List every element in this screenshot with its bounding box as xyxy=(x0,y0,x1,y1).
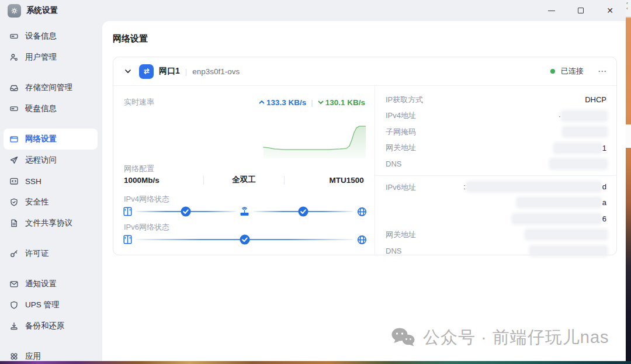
page-title: 网络设置 xyxy=(113,33,148,44)
paper-plane-icon xyxy=(9,155,19,165)
sidebar-item-ups-management[interactable]: UPS 管理 xyxy=(0,294,102,316)
sidebar-item-remote-access[interactable]: 远程访问 xyxy=(0,150,102,171)
sidebar-item-license[interactable]: 许可证 xyxy=(0,243,102,264)
mtu-value: MTU1500 xyxy=(285,176,364,185)
close-button[interactable]: ✕ xyxy=(605,5,615,16)
redacted-value xyxy=(563,127,606,136)
realtime-rate-label: 实时速率 xyxy=(124,97,154,108)
speed-separator: | xyxy=(311,98,313,107)
detail-row-ipv4-address: IPv4地址 · xyxy=(386,108,606,124)
network-config-row: 1000Mb/s 全双工 MTU1500 xyxy=(124,175,365,185)
apps-icon xyxy=(9,352,19,361)
redacted-value xyxy=(518,198,601,207)
network-config-label: 网络配置 xyxy=(124,164,154,174)
network-icon xyxy=(9,134,19,144)
minimize-button[interactable] xyxy=(546,5,557,16)
sidebar-item-label: 应用 xyxy=(25,351,41,362)
chevron-down-icon[interactable] xyxy=(124,67,132,75)
main-panel: 网络设置 网口1 | enp3s0f1-ovs 已连接 ⋯ xyxy=(102,21,626,361)
code-icon xyxy=(9,176,19,186)
more-menu-button[interactable]: ⋯ xyxy=(598,66,607,77)
nas-icon xyxy=(122,234,133,245)
key-icon xyxy=(9,249,19,258)
sidebar-item-file-sharing[interactable]: 文件共享协议 xyxy=(0,213,102,234)
detail-row-ipv6-address: IPv6地址 :d a 6 xyxy=(386,179,606,227)
sidebar-item-notification-settings[interactable]: 通知设置 xyxy=(0,273,102,294)
desktop-wallpaper-bottom xyxy=(0,361,631,364)
sidebar-item-device-info[interactable]: 设备信息 xyxy=(0,26,102,47)
shield-check-icon xyxy=(9,197,19,207)
redacted-value xyxy=(467,182,601,191)
sidebar-item-label: 文件共享协议 xyxy=(25,218,72,228)
detail-row-ip-mode: IP获取方式 DHCP xyxy=(386,92,606,108)
redacted-value xyxy=(554,144,601,152)
ipv6-status-label: IPv6网络状态 xyxy=(124,222,169,233)
status-badge: 已连接 xyxy=(561,66,584,77)
sidebar-item-label: 硬盘信息 xyxy=(25,103,57,114)
sidebar-item-label: UPS 管理 xyxy=(25,300,60,310)
mail-icon xyxy=(9,279,19,289)
router-icon xyxy=(239,206,251,217)
redacted-value xyxy=(550,160,606,168)
detail-row-ipv6-dns: DNS xyxy=(386,243,606,259)
sidebar-item-disk-info[interactable]: 硬盘信息 xyxy=(0,98,102,119)
sidebar-item-ssh[interactable]: SSH xyxy=(0,171,102,192)
detail-row-ipv4-dns: DNS xyxy=(386,156,606,172)
sidebar: 设备信息 用户管理 存储空间管理 硬盘信息 网络设置 xyxy=(0,26,102,364)
watermark: 公众号 · 前端仔玩儿nas xyxy=(390,326,609,349)
link-speed: 1000Mb/s xyxy=(124,176,203,185)
sidebar-item-user-management[interactable]: 用户管理 xyxy=(0,47,102,68)
download-speed: 130.1 KB/s xyxy=(318,98,365,107)
wallpaper-chevrons: ‹‹ xyxy=(626,1,628,11)
check-circle-icon xyxy=(297,206,309,217)
sidebar-item-label: 存储空间管理 xyxy=(25,82,72,93)
check-circle-icon xyxy=(239,234,251,245)
sidebar-item-storage-management[interactable]: 存储空间管理 xyxy=(0,77,102,98)
sidebar-item-label: 许可证 xyxy=(25,248,49,259)
sidebar-item-label: 通知设置 xyxy=(25,279,57,289)
sidebar-item-security[interactable]: 安全性 xyxy=(0,192,102,213)
detail-row-subnet-mask: 子网掩码 xyxy=(386,124,606,140)
sidebar-item-backup-restore[interactable]: 备份和还原 xyxy=(0,316,102,337)
gear-icon xyxy=(8,4,21,18)
sidebar-item-label: 网络设置 xyxy=(25,134,57,144)
upload-speed: 133.3 KB/s xyxy=(259,98,306,107)
wechat-icon xyxy=(390,326,416,349)
maximize-button[interactable] xyxy=(575,5,586,16)
ipv4-status-label: IPv4网络状态 xyxy=(124,194,169,204)
card-header[interactable]: 网口1 | enp3s0f1-ovs 已连接 ⋯ xyxy=(113,57,616,86)
network-port-icon xyxy=(139,64,154,79)
system-settings-window: 系统设置 ✕ 设备信息 用户管理 存储空间管理 xyxy=(0,0,626,361)
detail-row-ipv6-gateway: 网关地址 xyxy=(386,227,606,243)
ipv4-status-row xyxy=(122,205,367,218)
globe-icon xyxy=(356,234,367,245)
check-circle-icon xyxy=(180,206,192,217)
window-title: 系统设置 xyxy=(26,5,58,16)
header-separator: | xyxy=(185,67,187,76)
document-icon xyxy=(9,219,19,228)
ip-mode-value: DHCP xyxy=(585,95,606,104)
titlebar: 系统设置 ✕ xyxy=(0,0,626,21)
detail-row-ipv4-gateway: 网关地址 1 xyxy=(386,140,606,157)
details-divider xyxy=(375,175,617,176)
ip-details-column: IP获取方式 DHCP IPv4地址 · 子网掩码 网关地址 1 DNS xyxy=(375,86,617,255)
storage-icon xyxy=(9,83,19,92)
disk-icon xyxy=(9,104,19,113)
sidebar-item-label: SSH xyxy=(25,177,41,186)
ipv6-status-row xyxy=(122,233,367,246)
interface-name: enp3s0f1-ovs xyxy=(192,67,240,76)
redacted-value xyxy=(513,214,601,223)
sidebar-item-label: 远程访问 xyxy=(25,155,57,165)
network-interface-card: 网口1 | enp3s0f1-ovs 已连接 ⋯ 实时速率 133.3 KB/s xyxy=(113,57,617,255)
status-dot-icon xyxy=(550,69,555,74)
shield-icon xyxy=(9,300,19,310)
duplex-mode: 全双工 xyxy=(204,175,283,185)
caret-down-icon xyxy=(318,99,324,105)
sidebar-item-network-settings[interactable]: 网络设置 xyxy=(4,129,98,150)
download-icon xyxy=(9,321,19,331)
drive-icon xyxy=(9,32,19,41)
users-icon xyxy=(9,53,19,62)
watermark-text: 公众号 · 前端仔玩儿nas xyxy=(423,326,609,349)
globe-icon xyxy=(356,206,367,217)
caret-up-icon xyxy=(259,99,265,105)
